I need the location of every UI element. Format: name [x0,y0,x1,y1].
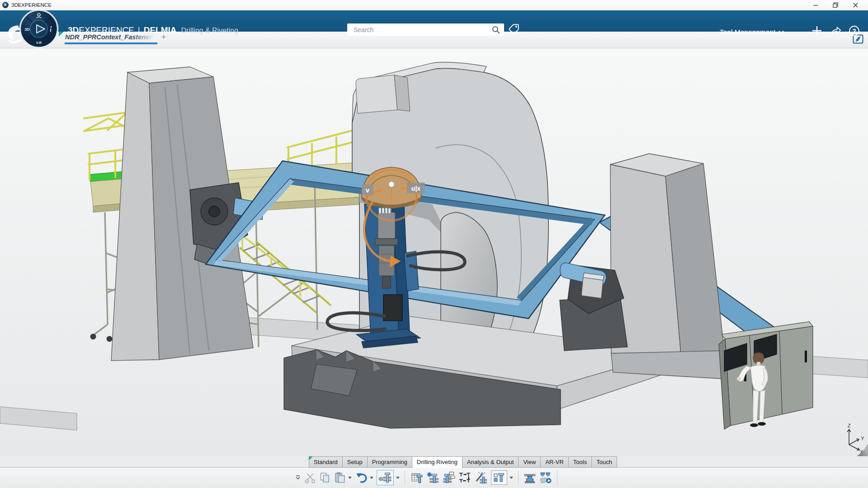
ribbon-tab-touch[interactable]: Touch [591,456,617,468]
svg-text:?: ? [852,28,856,35]
fastener-wizard-icon [474,471,488,484]
fastener-annotation-icon [443,471,455,484]
chevron-down-icon [778,30,784,34]
manipulator-ux-label[interactable]: u|x [411,185,420,192]
ribbon-tab-label: Setup [347,459,363,465]
manipulator-v-label[interactable]: v [366,186,370,194]
3d-viewport[interactable]: v u|x Z Y X [0,48,868,456]
ribbon-tab-label: View [523,459,536,465]
fastener-display-icon [378,471,392,484]
ribbon-tab-tools[interactable]: Tools [568,456,591,468]
role-label: Tool Management [720,28,775,36]
scissors-icon [304,472,316,483]
help-icon[interactable]: ? [848,25,860,37]
fastener-display-options-arrow[interactable] [396,477,400,479]
brand-experience: EXPERIENCE [79,25,134,35]
close-button[interactable] [845,0,865,10]
search-icon[interactable] [491,25,500,34]
toolbar-separator [405,470,405,485]
compass-vr-label[interactable]: V.R [36,41,42,45]
riveting-process-icon [524,471,536,484]
new-fastener-icon [426,471,439,484]
toolbar-options-button[interactable] [295,474,301,481]
create-fastener-button[interactable] [426,471,439,484]
ribbon-tab-label: Drilling Riveting [417,459,458,465]
undo-options-arrow[interactable] [370,477,373,479]
restore-button[interactable] [826,0,845,10]
brand-title: 3DEXPERIENCE|DELMIADrilling & Riveting [68,25,238,35]
ribbon-tab-drilling-riveting[interactable]: Drilling Riveting [412,456,462,468]
paste-button[interactable] [334,472,346,483]
role-selector[interactable]: Tool Management [720,28,784,36]
paste-options-arrow[interactable] [348,477,352,479]
fastener-selection-filter-button[interactable] [491,470,507,485]
fastener-wizard-button[interactable] [474,471,488,484]
compass-widget[interactable]: 3D V.R [19,9,59,49]
action-bar-tools [295,470,559,485]
riveting-process-button[interactable] [524,471,536,484]
3d-viewport-scene[interactable]: v u|x Z Y X [0,48,868,456]
ribbon-tab-label: Tools [573,459,587,465]
window-titlebar: 3DEXPERIENCE [0,0,868,10]
process-simulation-button[interactable] [539,471,552,484]
transfer-fasteners-button[interactable] [458,471,471,484]
undo-icon [355,471,368,484]
paste-icon [334,472,346,483]
ribbon-tab-programming[interactable]: Programming [367,456,412,468]
undo-button[interactable] [355,471,368,484]
minimize-button[interactable] [806,0,826,10]
compass-3d-label[interactable]: 3D [24,27,30,32]
ribbon-tab-view[interactable]: View [518,456,540,468]
search-box[interactable] [347,23,504,36]
fastener-filter-icon [493,472,505,483]
tag-icon[interactable] [508,23,520,35]
ribbon-tab-standard[interactable]: Standard [309,456,342,468]
ribbon-tab-row: Standard Setup Programming Drilling Rive… [309,456,617,468]
toolbar-separator [557,470,557,485]
simulation-icon [539,471,552,484]
triad-z-label: Z [848,423,851,428]
add-content-button[interactable] [811,25,823,37]
manipulator-center-dot[interactable] [389,182,395,188]
ribbon-tab-setup[interactable]: Setup [342,456,367,468]
cut-button[interactable] [304,472,316,483]
fastener-table-icon [410,471,423,484]
share-icon[interactable] [830,25,842,37]
brand-3d: 3D [68,25,79,35]
app-icon [2,2,9,8]
search-input[interactable] [353,26,491,34]
manage-fastener-display-button[interactable] [377,470,394,485]
brand-divider: | [138,25,140,35]
copy-icon [319,472,331,483]
active-tab-underline [65,42,157,44]
tab-corner-fold-icon [59,32,64,37]
fastener-table-button[interactable] [410,471,423,484]
fastener-filter-options-arrow[interactable] [509,477,513,479]
brand-app: DELMIA [144,25,177,35]
brand-module: Drilling & Riveting [181,27,238,34]
ribbon-tab-label: Analysis & Output [467,459,514,465]
window-title: 3DEXPERIENCE [11,2,52,8]
toolbar-separator [518,470,519,485]
ribbon-tab-ar-vr[interactable]: AR-VR [540,456,568,468]
ribbon-tab-label: Programming [372,459,407,465]
triad-y-label: Y [861,436,864,441]
ribbon-tab-label: Touch [596,459,612,465]
ribbon-fold-icon [309,456,313,460]
transfer-fasteners-icon [458,471,471,484]
ribbon-tab-label: AR-VR [545,459,563,465]
app-header: 3DEXPERIENCE|DELMIADrilling & Riveting T… [0,10,868,32]
ribbon-tab-analysis-output[interactable]: Analysis & Output [462,456,518,468]
copy-button[interactable] [319,472,331,483]
ribbon-tab-label: Standard [314,459,338,465]
fastener-annotation-button[interactable] [443,471,455,484]
